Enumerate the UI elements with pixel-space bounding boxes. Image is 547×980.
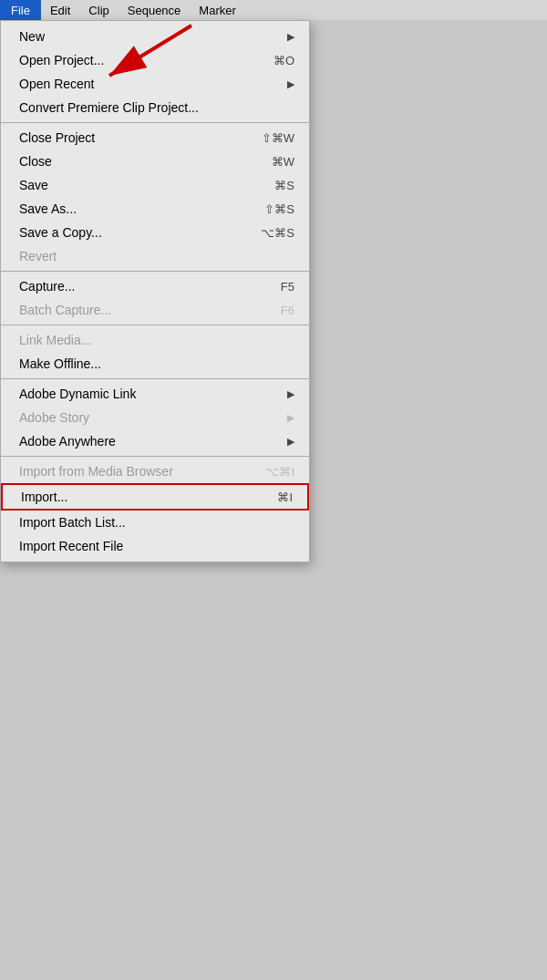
submenu-arrow-open-recent: ▶ [287,78,294,90]
menu-item-adobe-anywhere[interactable]: Adobe Anywhere ▶ [1,429,309,453]
menu-item-close-project-label: Close Project [19,130,243,145]
menu-item-import-media-browser-label: Import from Media Browser [19,464,247,479]
menu-group-3: Capture... F5 Batch Capture... F6 [1,274,309,322]
menu-item-capture[interactable]: Capture... F5 [1,274,309,298]
menu-item-import-batch-list[interactable]: Import Batch List... [1,511,309,534]
menu-item-import-from-media-browser: Import from Media Browser ⌥⌘I [1,459,309,483]
menu-item-save-as[interactable]: Save As... ⇧⌘S [1,197,309,221]
menu-item-open-project-shortcut: ⌘O [274,54,294,67]
menu-item-convert-label: Convert Premiere Clip Project... [19,100,294,115]
menu-item-batch-capture: Batch Capture... F6 [1,298,309,322]
menu-item-adobe-dynamic-link[interactable]: Adobe Dynamic Link ▶ [1,382,309,406]
menu-item-link-media-label: Link Media... [19,333,294,347]
separator-4 [1,378,309,379]
separator-3 [1,325,309,325]
menu-item-import-batch-list-label: Import Batch List... [19,515,294,530]
file-dropdown-menu: New ▶ Open Project... ⌘O Open Recent ▶ C… [0,20,310,562]
menu-item-import[interactable]: Import... ⌘I [1,483,309,511]
menu-item-new-label: New [19,29,287,44]
menu-item-capture-label: Capture... [19,279,263,294]
menu-item-adobe-dynamic-link-label: Adobe Dynamic Link [19,387,287,401]
menu-item-import-shortcut: ⌘I [277,490,293,504]
menu-item-open-project-label: Open Project... [19,53,255,67]
separator-1 [1,122,309,123]
menu-bar-sequence[interactable]: Sequence [119,0,191,20]
menu-item-save-copy-shortcut: ⌥⌘S [261,226,294,240]
menu-item-close-project-shortcut: ⇧⌘W [262,131,294,145]
separator-2 [1,271,309,272]
menu-item-import-recent-file[interactable]: Import Recent File [1,534,309,558]
menu-item-save-label: Save [19,178,256,192]
menu-item-capture-shortcut: F5 [281,280,294,294]
menu-item-adobe-story: Adobe Story ▶ [1,406,309,429]
menu-item-open-recent-label: Open Recent [19,77,287,91]
menu-item-batch-capture-shortcut: F6 [281,304,294,317]
menu-group-6: Import from Media Browser ⌥⌘I Import... … [1,459,309,562]
menu-item-close[interactable]: Close ⌘W [1,150,309,173]
menu-item-revert: Revert [1,244,309,268]
menu-item-save-copy-label: Save a Copy... [19,225,243,240]
menu-item-import-media-browser-shortcut: ⌥⌘I [265,465,294,479]
menu-item-adobe-anywhere-label: Adobe Anywhere [19,434,287,449]
menu-item-save-copy[interactable]: Save a Copy... ⌥⌘S [1,221,309,244]
menu-item-convert[interactable]: Convert Premiere Clip Project... [1,96,309,119]
submenu-arrow-story: ▶ [287,412,294,424]
separator-5 [1,456,309,457]
menu-item-link-media: Link Media... [1,328,309,352]
menu-item-close-shortcut: ⌘W [272,155,294,169]
submenu-arrow-dynamic-link: ▶ [287,388,294,400]
menu-item-revert-label: Revert [19,249,294,263]
menu-bar-edit[interactable]: Edit [41,0,79,20]
menu-bar-file[interactable]: File [0,0,41,20]
menu-bar-clip[interactable]: Clip [79,0,118,20]
menu-item-batch-capture-label: Batch Capture... [19,303,263,317]
menu-item-adobe-story-label: Adobe Story [19,410,287,425]
menu-item-save[interactable]: Save ⌘S [1,173,309,197]
menu-group-5: Adobe Dynamic Link ▶ Adobe Story ▶ Adobe… [1,382,309,453]
menu-item-close-label: Close [19,154,253,169]
menu-item-open-recent[interactable]: Open Recent ▶ [1,72,309,96]
menu-bar-marker[interactable]: Marker [190,0,244,20]
submenu-arrow-new: ▶ [287,31,294,43]
menu-bar: File Edit Clip Sequence Marker [0,0,547,20]
menu-item-close-project[interactable]: Close Project ⇧⌘W [1,126,309,150]
menu-item-import-label: Import... [21,490,259,504]
menu-group-1: New ▶ Open Project... ⌘O Open Recent ▶ C… [1,21,309,119]
menu-item-open-project[interactable]: Open Project... ⌘O [1,48,309,72]
menu-item-make-offline[interactable]: Make Offline... [1,352,309,376]
menu-group-4: Link Media... Make Offline... [1,328,309,376]
menu-item-save-as-shortcut: ⇧⌘S [264,202,294,216]
menu-item-save-shortcut: ⌘S [274,179,294,192]
menu-group-2: Close Project ⇧⌘W Close ⌘W Save ⌘S Save … [1,126,309,268]
menu-item-make-offline-label: Make Offline... [19,356,294,371]
submenu-arrow-anywhere: ▶ [287,436,294,448]
menu-item-import-recent-file-label: Import Recent File [19,539,294,553]
menu-item-new[interactable]: New ▶ [1,25,309,48]
menu-item-save-as-label: Save As... [19,201,246,216]
